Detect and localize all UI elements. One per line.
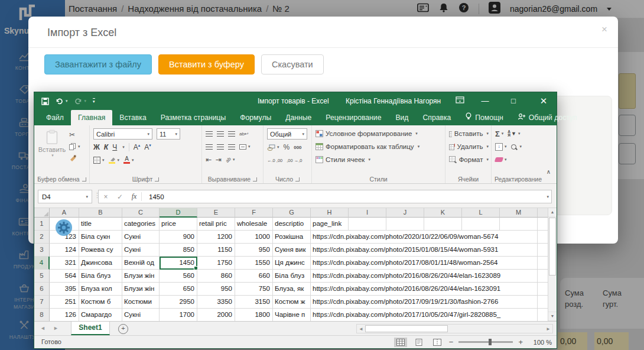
redo-icon[interactable]: ▾ xyxy=(74,98,87,105)
cell-K1[interactable] xyxy=(424,218,462,231)
increase-indent-icon[interactable]: ⇥ xyxy=(216,155,222,164)
cell-E8[interactable]: 2000 xyxy=(197,309,235,321)
clear-icon[interactable]: ▾ xyxy=(495,155,507,164)
cell-M1[interactable] xyxy=(500,218,538,231)
customize-quick-access-icon[interactable]: ▾ xyxy=(93,98,95,104)
cell-H8[interactable]: https://cdn.pixabay.com/photo/2017/10/05… xyxy=(311,309,538,321)
font-name-select[interactable]: Calibri▾ xyxy=(93,128,152,140)
cell-F3[interactable]: 950 xyxy=(235,244,273,257)
row-header-2[interactable]: 2 xyxy=(34,231,50,244)
cell-H6[interactable]: https://cdn.pixabay.com/photo/2016/08/26… xyxy=(311,283,538,296)
cell-G8[interactable]: Чарівне п xyxy=(273,309,311,321)
page-layout-view-icon[interactable] xyxy=(412,338,425,347)
column-header-I[interactable]: I xyxy=(349,208,386,218)
paste-button[interactable]: Вставить ▾ xyxy=(38,127,66,163)
cell-B5[interactable]: Біла блуз xyxy=(79,270,122,283)
ribbon-display-options-icon[interactable] xyxy=(451,92,468,110)
align-center-icon[interactable] xyxy=(217,142,224,151)
align-left-icon[interactable] xyxy=(206,142,213,151)
cell-B3[interactable]: Рожева су xyxy=(79,244,122,257)
format-painter-icon[interactable] xyxy=(69,154,80,163)
sort-filter-icon[interactable]: АЯ▼▾ xyxy=(508,129,520,138)
cell-C8[interactable]: Сукні xyxy=(122,309,160,321)
cell-F5[interactable]: 660 xyxy=(235,270,273,283)
zoom-slider[interactable] xyxy=(458,341,513,343)
ribbon-tab-5[interactable]: Формулы xyxy=(233,110,278,125)
row-header-8[interactable]: 8 xyxy=(34,309,50,321)
collapse-ribbon-icon[interactable]: ∧ xyxy=(547,168,551,175)
cell-B2[interactable]: Біла сукн xyxy=(79,231,122,244)
ribbon-tab-1[interactable]: Файл xyxy=(39,110,71,125)
column-header-A[interactable]: A xyxy=(50,208,79,218)
format-as-table-button[interactable]: Форматировать как таблицу▾ xyxy=(316,140,443,153)
ribbon-tab-11[interactable]: Общий доступ xyxy=(510,110,584,125)
align-top-icon[interactable] xyxy=(206,129,213,138)
cell-G6[interactable]: Блуза, як xyxy=(273,283,311,296)
column-header-K[interactable]: K xyxy=(424,208,462,218)
scroll-up-icon[interactable]: ▲ xyxy=(548,208,557,217)
ribbon-tab-2[interactable]: Главная xyxy=(71,110,112,125)
cell-A4[interactable]: 321 xyxy=(50,257,79,270)
zoom-slider-thumb[interactable] xyxy=(489,339,492,345)
row-header-5[interactable]: 5 xyxy=(34,270,50,283)
cell-C7[interactable]: Костюми xyxy=(122,296,160,309)
cell-F2[interactable]: 1000 xyxy=(235,231,273,244)
fill-color-icon[interactable]: ▾ xyxy=(109,156,120,165)
column-header-G[interactable]: G xyxy=(273,208,311,218)
page-break-view-icon[interactable] xyxy=(431,338,444,347)
cell-C4[interactable]: Вехній од xyxy=(122,257,160,270)
increase-font-icon[interactable]: А▴ xyxy=(134,143,141,151)
cell-E1[interactable]: retail pric xyxy=(197,218,235,231)
cell-D6[interactable]: 650 xyxy=(160,283,197,296)
percent-style-icon[interactable]: % xyxy=(284,143,290,152)
cell-F6[interactable]: 750 xyxy=(235,283,273,296)
row-header-3[interactable]: 3 xyxy=(34,244,50,257)
column-header-C[interactable]: C xyxy=(122,208,160,218)
cell-E7[interactable]: 3350 xyxy=(197,296,235,309)
cell-F1[interactable]: wholesale xyxy=(235,218,273,231)
cell-A7[interactable]: 251 xyxy=(50,296,79,309)
cell-D4[interactable]: 1450 xyxy=(160,257,197,270)
ribbon-tab-8[interactable]: Вид xyxy=(388,110,415,125)
cell-C2[interactable]: Сукні xyxy=(122,231,160,244)
cell-F7[interactable]: 3150 xyxy=(235,296,273,309)
cell-A5[interactable]: 564 xyxy=(50,270,79,283)
horizontal-scrollbar[interactable]: ◄ ► xyxy=(356,324,553,333)
name-box[interactable]: D4▾ xyxy=(38,190,92,203)
dialog-launcher-icon[interactable] xyxy=(155,177,159,182)
conditional-formatting-button[interactable]: Условное форматирование▾ xyxy=(316,127,443,140)
cell-B8[interactable]: Смарагдо xyxy=(79,309,122,321)
cell-B7[interactable]: Костюм б xyxy=(79,296,122,309)
cell-H3[interactable]: https://cdn.pixabay.com/photo/2015/01/08… xyxy=(311,244,538,257)
column-header-H[interactable]: H xyxy=(311,208,349,218)
cell-C5[interactable]: Блузи жін xyxy=(122,270,160,283)
cell-C3[interactable]: Сукні xyxy=(122,244,160,257)
upload-from-file-button[interactable]: Завантажити з файлу xyxy=(44,54,152,74)
column-header-B[interactable]: B xyxy=(79,208,122,218)
cell-I1[interactable] xyxy=(349,218,386,231)
ribbon-tab-9[interactable]: Справка xyxy=(415,110,458,125)
fill-icon[interactable]: ↓▾ xyxy=(495,142,507,151)
sheet-nav-right-icon[interactable]: ► xyxy=(53,322,58,335)
align-right-icon[interactable] xyxy=(228,142,235,151)
align-bottom-icon[interactable] xyxy=(228,129,235,138)
align-middle-icon[interactable] xyxy=(217,129,224,138)
cell-E2[interactable]: 1200 xyxy=(197,231,235,244)
cell-E5[interactable]: 860 xyxy=(197,270,235,283)
excel-user-name[interactable]: Крістіна Геннадіївна Нагорян xyxy=(346,92,441,110)
column-header-D[interactable]: D xyxy=(160,208,197,218)
column-header-F[interactable]: F xyxy=(235,208,273,218)
copy-icon[interactable]: ▾ xyxy=(69,142,80,151)
cell-A8[interactable]: 126 xyxy=(50,309,79,321)
row-header-1[interactable]: 1 xyxy=(34,218,50,231)
cell-G7[interactable]: Костюм ж xyxy=(273,296,311,309)
close-icon[interactable]: × xyxy=(601,24,607,35)
normal-view-icon[interactable] xyxy=(394,338,407,347)
delete-cells-button[interactable]: Удалить▾ xyxy=(449,140,489,153)
cancel-button[interactable]: Скасувати xyxy=(261,54,324,74)
cell-D7[interactable]: 2950 xyxy=(160,296,197,309)
select-all-corner[interactable] xyxy=(34,208,50,218)
cell-A3[interactable]: 124 xyxy=(50,244,79,257)
new-sheet-icon[interactable]: + xyxy=(118,324,128,334)
cell-H2[interactable]: https://cdn.pixabay.com/photo/2020/10/22… xyxy=(311,231,538,244)
